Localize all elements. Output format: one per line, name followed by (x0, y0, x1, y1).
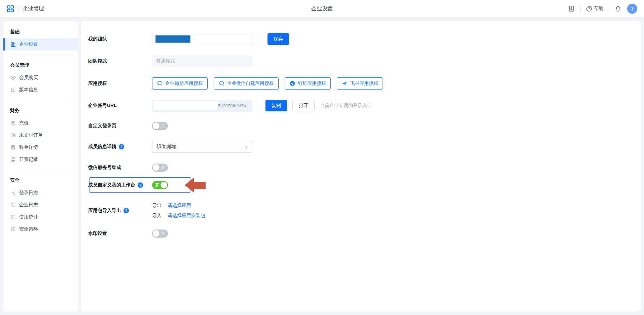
sidebar-item-login-logs[interactable]: 登录日志 (3, 187, 78, 199)
bill-icon (10, 145, 16, 150)
wechat-service-toggle[interactable]: 关 (152, 164, 168, 172)
sidebar-item-security-policy[interactable]: 安全策略 (3, 223, 78, 235)
page-title: 企业设置 (311, 5, 333, 12)
divider (580, 6, 581, 11)
wecom-app-auth-button[interactable]: 企业微信应用授权 (152, 77, 208, 90)
member-info-help-icon[interactable]: ? (119, 144, 124, 149)
stats-icon (10, 214, 16, 220)
help-label: 帮助 (594, 6, 603, 12)
select-value: 职位,邮箱 (156, 144, 177, 150)
sidebar-item-enterprise-logs[interactable]: 企业日志 (3, 199, 78, 211)
button-label: 企业微信自建应用授权 (227, 80, 274, 86)
invoice-icon (10, 157, 16, 163)
help-button[interactable]: 帮助 (586, 6, 603, 12)
app-package-label: 应用包导入导出 (88, 208, 121, 214)
sidebar-section-security: 安全 (3, 174, 78, 187)
toggle-knob (153, 164, 159, 171)
row-my-team: 我的团队 保存 (88, 33, 631, 45)
feishu-app-auth-button[interactable]: 飞书应用授权 (337, 77, 383, 90)
diamond-icon (10, 75, 16, 81)
select-app-link[interactable]: 请选择应用 (168, 203, 191, 209)
annotation-arrow-icon (185, 177, 206, 193)
save-button[interactable]: 保存 (267, 33, 289, 45)
chevron-down-icon: ∨ (245, 144, 248, 149)
sidebar-section-basic: 基础 (3, 26, 78, 38)
redacted-team-name (156, 36, 190, 42)
sidebar-item-invoice-records[interactable]: 开票记录 (3, 153, 78, 166)
version-icon (10, 87, 16, 93)
dingtalk-app-auth-button[interactable]: 钉钉应用授权 (285, 77, 331, 90)
url-hint: 当前企业专属的登录入口 (320, 103, 372, 109)
row-member-info: 成员信息详情 ? 职位,邮箱 ∨ (88, 141, 631, 153)
watermark-label: 水印设置 (88, 231, 152, 237)
wecom-selfbuilt-app-auth-button[interactable]: 企业微信自建应用授权 (214, 77, 279, 90)
row-custom-login: 自定义登录页 关 (88, 122, 631, 130)
member-info-label: 成员信息详情 (88, 144, 116, 150)
my-team-label: 我的团队 (88, 36, 152, 42)
team-mode-value: 普通模式 (152, 55, 252, 67)
sidebar-item-version-info[interactable]: 版本信息 (3, 84, 78, 96)
building-icon (10, 42, 16, 47)
toggle-state-label: 关 (161, 123, 165, 129)
sidebar-item-enterprise-settings[interactable]: 企业设置 (3, 38, 78, 50)
button-label: 钉钉应用授权 (298, 80, 326, 86)
toggle-knob (153, 230, 159, 237)
sidebar-item-label: 登录日志 (19, 190, 38, 196)
row-watermark: 水印设置 关 (88, 230, 631, 238)
sidebar-section-membership: 会员管理 (3, 59, 78, 72)
contact-book-icon[interactable] (568, 5, 575, 12)
open-button[interactable]: 打开 (292, 100, 315, 111)
custom-workbench-help-icon[interactable]: ? (138, 182, 143, 188)
sidebar-item-recharge[interactable]: 充值 (3, 117, 78, 129)
app-package-help-icon[interactable]: ? (123, 208, 129, 213)
row-enterprise-url: 企业账号URL /url/55a3970fb2d7b... 复制 打开 当前企业… (88, 100, 631, 112)
sidebar-item-usage-stats[interactable]: 使用统计 (3, 211, 78, 223)
export-label: 导出 (152, 203, 168, 209)
copy-button[interactable]: 复制 (265, 100, 287, 111)
redacted-url-part (153, 101, 218, 110)
divider (9, 55, 72, 55)
sidebar-item-label: 安全策略 (19, 226, 38, 232)
sidebar-item-bill-details[interactable]: 账单详情 (3, 141, 78, 153)
dingtalk-icon (289, 80, 295, 86)
topbar: 企业管理 企业设置 帮助 (0, 0, 644, 18)
app-title: 企业管理 (23, 5, 44, 12)
member-info-select[interactable]: 职位,邮箱 ∨ (152, 141, 252, 153)
row-wechat-service: 微信服务号集成 关 (88, 164, 631, 172)
custom-login-label: 自定义登录页 (88, 123, 152, 129)
select-app-package-link[interactable]: 请选择应用安装包 (168, 213, 205, 219)
apps-grid-icon[interactable] (7, 5, 14, 12)
avatar[interactable]: 1 (627, 4, 637, 14)
enterprise-url-value: /url/55a3970fb2d7b... (152, 100, 252, 112)
wecom-icon (218, 80, 224, 86)
bell-icon[interactable] (614, 5, 622, 12)
sidebar-item-label: 使用统计 (19, 214, 38, 220)
sidebar-item-label: 版本信息 (19, 87, 38, 93)
toggle-state-label: 关 (161, 231, 165, 237)
toggle-knob (153, 123, 159, 129)
toggle-state-label: 关 (161, 165, 165, 171)
sidebar-item-label: 会员购买 (19, 75, 38, 81)
team-name-input[interactable] (152, 33, 252, 45)
team-mode-label: 团队模式 (88, 58, 152, 64)
sidebar-item-label: 账单详情 (19, 144, 38, 150)
toggle-knob (160, 182, 167, 188)
sidebar-item-member-purchase[interactable]: 会员购买 (3, 72, 78, 84)
sidebar-item-unpaid-orders[interactable]: 未支付订单 (3, 129, 78, 141)
coin-icon (10, 120, 16, 126)
button-label: 飞书应用授权 (350, 80, 378, 86)
divider (9, 170, 72, 170)
sidebar-item-label: 企业日志 (19, 202, 38, 208)
custom-workbench-toggle[interactable]: 开 (152, 181, 168, 189)
sidebar-item-label: 未支付订单 (19, 132, 43, 138)
toggle-state-label: 开 (155, 182, 159, 188)
watermark-toggle[interactable]: 关 (152, 230, 168, 238)
sidebar: 基础 企业设置 会员管理 会员购买 (3, 21, 78, 312)
divider (18, 6, 19, 11)
help-icon (586, 6, 592, 12)
divider (609, 6, 609, 11)
custom-login-toggle[interactable]: 关 (152, 122, 168, 130)
login-log-icon (10, 190, 16, 196)
button-label: 企业微信应用授权 (165, 80, 203, 86)
row-app-package: 应用包导入导出 ? 导出 请选择应用 导入 请选择应用安装包 (88, 203, 631, 219)
